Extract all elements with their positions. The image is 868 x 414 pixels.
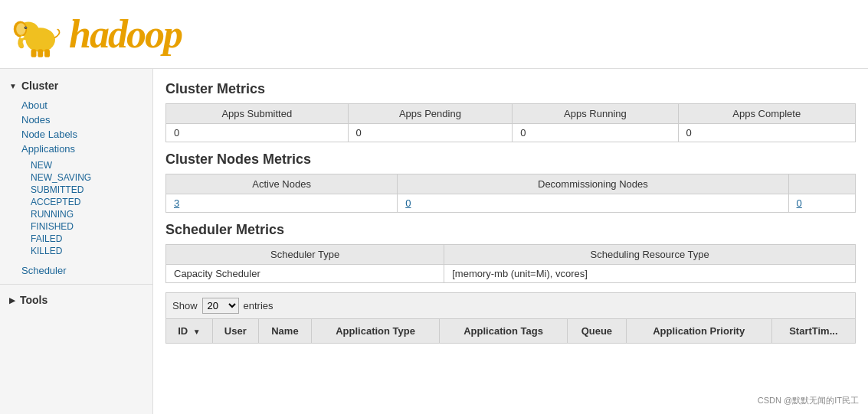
- nodes-extra-link[interactable]: 0: [797, 197, 802, 209]
- hadoop-logo-text: hadoop: [69, 11, 182, 57]
- sidebar-link-new[interactable]: NEW: [28, 159, 152, 171]
- tools-section-header[interactable]: ▶ Tools: [0, 289, 152, 311]
- applications-table: ID ▼ User Name Application Type Applicat…: [165, 318, 856, 344]
- col-apps-submitted: Apps Submitted: [166, 104, 349, 124]
- scheduler-link-container: Scheduler: [0, 262, 152, 279]
- sidebar-divider: [0, 284, 152, 285]
- val-scheduling-resource-type: [memory-mb (unit=Mi), vcores]: [444, 265, 856, 283]
- col-scheduler-type: Scheduler Type: [166, 245, 444, 265]
- val-nodes-extra: 0: [788, 194, 855, 213]
- svg-point-4: [25, 26, 28, 29]
- cluster-nodes-table: Active Nodes Decommissioning Nodes 3 0 0: [165, 174, 856, 213]
- scheduler-metrics-title: Scheduler Metrics: [165, 222, 856, 238]
- elephant-icon: [12, 8, 66, 61]
- app-sub-links: NEW NEW_SAVING SUBMITTED ACCEPTED RUNNIN…: [0, 158, 152, 259]
- col-nodes-extra: [788, 174, 855, 194]
- val-apps-pending: 0: [348, 124, 513, 142]
- layout: ▼ Cluster About Nodes Node Labels Applic…: [0, 69, 868, 414]
- active-nodes-link[interactable]: 3: [174, 197, 179, 209]
- hadoop-logo: hadoop: [12, 8, 182, 61]
- sidebar-link-about[interactable]: About: [18, 98, 152, 112]
- sidebar-link-new-saving[interactable]: NEW_SAVING: [28, 171, 152, 184]
- svg-rect-8: [44, 49, 50, 57]
- col-apps-pending: Apps Pending: [348, 104, 513, 124]
- svg-rect-6: [31, 49, 37, 57]
- sidebar-link-running[interactable]: RUNNING: [28, 208, 152, 220]
- watermark: CSDN @默默无闻的IT民工: [755, 393, 862, 408]
- val-scheduler-type: Capacity Scheduler: [166, 265, 444, 283]
- sidebar-link-node-labels[interactable]: Node Labels: [18, 127, 152, 142]
- val-apps-complete: 0: [678, 124, 855, 142]
- svg-rect-7: [38, 49, 43, 57]
- entries-label: entries: [244, 300, 274, 311]
- val-decommissioning-nodes: 0: [398, 194, 788, 213]
- cluster-label: Cluster: [21, 80, 58, 92]
- cluster-metrics-title: Cluster Metrics: [165, 81, 856, 97]
- cluster-nodes-title: Cluster Nodes Metrics: [165, 152, 856, 168]
- sidebar: ▼ Cluster About Nodes Node Labels Applic…: [0, 69, 153, 414]
- val-apps-running: 0: [513, 124, 678, 142]
- app-col-name[interactable]: Name: [258, 319, 311, 344]
- app-col-id[interactable]: ID ▼: [166, 319, 213, 344]
- tools-label: Tools: [20, 294, 47, 306]
- sidebar-link-accepted[interactable]: ACCEPTED: [28, 196, 152, 208]
- app-col-priority[interactable]: Application Priority: [626, 319, 771, 344]
- show-entries-bar: Show 10 20 50 100 entries: [165, 292, 856, 318]
- id-sort-icon: ▼: [193, 328, 201, 336]
- cluster-links: About Nodes Node Labels Applications: [0, 96, 152, 158]
- val-apps-submitted: 0: [166, 124, 349, 142]
- sidebar-link-failed[interactable]: FAILED: [28, 233, 152, 245]
- entries-select[interactable]: 10 20 50 100: [202, 298, 239, 314]
- sidebar-link-submitted[interactable]: SUBMITTED: [28, 184, 152, 196]
- cluster-metrics-table: Apps Submitted Apps Pending Apps Running…: [165, 103, 856, 142]
- logo-area: hadoop: [12, 8, 182, 61]
- col-apps-running: Apps Running: [513, 104, 678, 124]
- svg-point-5: [25, 27, 26, 28]
- app-col-type[interactable]: Application Type: [312, 319, 440, 344]
- decommissioning-nodes-link[interactable]: 0: [405, 197, 411, 209]
- app-col-queue[interactable]: Queue: [568, 319, 626, 344]
- col-active-nodes: Active Nodes: [166, 174, 398, 194]
- svg-point-3: [16, 23, 25, 35]
- sidebar-link-nodes[interactable]: Nodes: [18, 112, 152, 127]
- scheduler-metrics-table: Scheduler Type Scheduling Resource Type …: [165, 244, 856, 283]
- col-decommissioning-nodes: Decommissioning Nodes: [398, 174, 788, 194]
- app-col-tags[interactable]: Application Tags: [440, 319, 568, 344]
- app-col-starttime[interactable]: StartTim...: [771, 319, 855, 344]
- show-label: Show: [172, 300, 198, 311]
- sidebar-link-applications[interactable]: Applications: [18, 142, 152, 156]
- col-apps-complete: Apps Complete: [678, 104, 855, 124]
- sidebar-link-finished[interactable]: FINISHED: [28, 220, 152, 233]
- sidebar-link-scheduler[interactable]: Scheduler: [18, 263, 152, 278]
- val-active-nodes: 3: [166, 194, 398, 213]
- tools-arrow-icon: ▶: [9, 296, 15, 305]
- col-scheduling-resource-type: Scheduling Resource Type: [444, 245, 856, 265]
- cluster-section-header[interactable]: ▼ Cluster: [0, 75, 152, 96]
- cluster-arrow-icon: ▼: [9, 82, 17, 90]
- header: hadoop: [0, 0, 868, 69]
- sidebar-link-killed[interactable]: KILLED: [28, 245, 152, 257]
- main-content: Cluster Metrics Apps Submitted Apps Pend…: [153, 69, 868, 414]
- app-col-user[interactable]: User: [212, 319, 258, 344]
